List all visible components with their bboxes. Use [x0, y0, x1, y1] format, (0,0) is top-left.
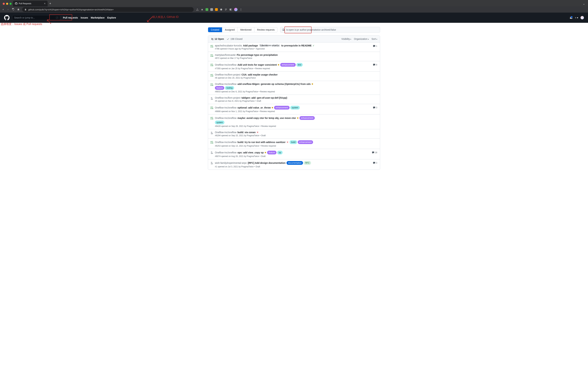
nav-explore[interactable]: Explore [107, 16, 116, 19]
pr-title[interactable]: CSA: add maybe usage checker [241, 73, 277, 76]
pr-title[interactable]: Fix percentage typo on precipitation [237, 54, 278, 56]
pr-title[interactable]: tablgen: add -gen-of-user-op-def-{h/cpp} [241, 96, 287, 99]
pr-label[interactable]: enhancement [280, 63, 296, 67]
nav-marketplace[interactable]: Marketplace [91, 16, 105, 19]
pr-row[interactable]: Oneflow-Inc/llvm-projecttablgen: add -ge… [208, 95, 380, 104]
github-logo[interactable] [4, 15, 9, 20]
maximize-window-button[interactable] [9, 3, 12, 5]
tab-review-requests[interactable]: Review requests [254, 27, 277, 32]
pr-title[interactable]: [RFC] Add design documentation [248, 162, 286, 164]
pr-label[interactable]: enhancement [298, 140, 313, 144]
pr-comments-link[interactable]: 3 [370, 106, 377, 109]
pr-comments-link[interactable]: 18 [370, 151, 377, 154]
forward-button[interactable] [7, 8, 9, 11]
closed-count-link[interactable]: 198 Closed [227, 38, 243, 40]
pr-label[interactable]: feature [267, 151, 277, 154]
pr-row[interactable]: Oneflow-Inc/oneflowadd oneflow-tblgen: g… [208, 81, 380, 95]
pr-row[interactable]: Oneflow-Inc/oneflowops: add view_copy op… [208, 149, 380, 159]
pr-repo[interactable]: Oneflow-Inc/oneflow [215, 117, 236, 119]
pr-row[interactable]: Oneflow-Inc/oneflowbuild: via conan✕#629… [208, 129, 380, 139]
nav-issues[interactable]: Issues [81, 16, 88, 19]
browser-tab[interactable]: Pull Requests ✕ [13, 1, 48, 7]
pr-row[interactable]: martykan/forecastieFix percentage typo o… [208, 52, 380, 61]
address-bar[interactable]: github.com/pulls?q=is%3Aopen+is%3Apr+aut… [22, 7, 194, 12]
pr-label[interactable]: system [215, 121, 224, 124]
pr-repo[interactable]: Oneflow-Inc/oneflow [215, 141, 236, 143]
pr-label[interactable]: tooling [225, 86, 234, 90]
pr-title[interactable]: Add unit tests for eager consistent [237, 63, 277, 66]
minimize-window-button[interactable] [6, 3, 8, 5]
pr-repo[interactable]: Oneflow-Inc/oneflow [215, 83, 236, 85]
extension-icon[interactable] [210, 8, 213, 11]
pr-title[interactable]: optional: add value_or_throw [237, 106, 271, 109]
pr-row[interactable]: apache/incubator-kvrocksAdd package libs… [208, 42, 380, 52]
extension-icon[interactable] [215, 8, 218, 11]
pr-label[interactable]: test [296, 63, 303, 67]
close-window-button[interactable] [3, 3, 5, 5]
pr-row[interactable]: Oneflow-Inc/oneflowbuild: try to run tes… [208, 139, 380, 149]
pr-repo[interactable]: Oneflow-Inc/oneflow [215, 106, 236, 109]
pr-label[interactable]: system [290, 106, 300, 109]
pr-repo[interactable]: Oneflow-Inc/oneflow [215, 63, 236, 66]
sort-dropdown[interactable]: Sort [372, 38, 377, 40]
back-button[interactable] [2, 8, 4, 11]
profile-button[interactable] [234, 8, 237, 11]
notifications-button[interactable] [570, 16, 572, 19]
side-panel-button[interactable] [229, 8, 232, 11]
pr-title[interactable]: add oneflow-tblgen: generate op schema (… [237, 83, 311, 85]
pr-repo[interactable]: martykan/forecastie [215, 54, 236, 56]
pr-label[interactable]: enhancement [274, 106, 290, 109]
share-button[interactable] [196, 8, 199, 11]
reload-button[interactable] [12, 8, 15, 11]
bookmark-button[interactable] [201, 8, 203, 11]
pr-label[interactable]: documentation [286, 161, 303, 165]
pr-row[interactable]: wish-family/experimental-wrpc[RFC] Add d… [208, 159, 380, 170]
new-tab-button[interactable]: + [48, 1, 53, 7]
pr-title[interactable]: build: via conan [237, 131, 256, 134]
pr-title[interactable]: build: try to run test with address sani… [237, 141, 286, 143]
pr-row[interactable]: Oneflow-Inc/oneflowAdd unit tests for ea… [208, 61, 380, 72]
pr-label[interactable]: op [277, 151, 282, 154]
pr-repo[interactable]: Oneflow-Inc/llvm-project [215, 73, 240, 76]
pr-comments-link[interactable]: 3 [370, 161, 377, 164]
pr-repo[interactable]: wish-family/experimental-wrpc [215, 162, 247, 164]
pr-repo[interactable]: Oneflow-Inc/oneflow [215, 151, 236, 154]
pr-label[interactable]: build [290, 140, 297, 144]
pr-draft-icon [210, 132, 213, 134]
pr-label[interactable]: enhancement [299, 116, 315, 120]
pr-title[interactable]: to prerequisite in README [281, 44, 311, 47]
organization-dropdown[interactable]: Organization [354, 38, 369, 40]
comment-icon [372, 151, 374, 154]
pr-comments-link[interactable]: 8 [370, 63, 377, 66]
pr-row[interactable]: Oneflow-Inc/oneflowmaybe: avoid copy cto… [208, 115, 380, 129]
pr-repo[interactable]: Oneflow-Inc/llvm-project [215, 96, 240, 99]
nav-pull-requests[interactable]: Pull requests [63, 16, 78, 19]
pr-title[interactable]: ops: add view_copy op [237, 151, 264, 154]
extension-icon[interactable] [206, 8, 208, 11]
pr-title[interactable]: maybe: avoid copy ctor for temp obj, use… [237, 117, 296, 119]
pr-row[interactable]: Oneflow-Inc/oneflowoptional: add value_o… [208, 104, 380, 115]
reading-list-button[interactable] [225, 8, 227, 11]
tab-assigned[interactable]: Assigned [222, 27, 238, 32]
visibility-dropdown[interactable]: Visibility [341, 38, 351, 40]
pr-list-box: 12 Open 198 Closed Visibility Organizati… [208, 35, 380, 170]
tab-created[interactable]: Created [208, 27, 222, 32]
pr-repo[interactable]: Oneflow-Inc/oneflow [215, 131, 236, 134]
create-new-button[interactable]: + ▾ [575, 16, 578, 19]
pr-title[interactable]: Add package [243, 44, 258, 47]
github-search-input[interactable]: Search or jump to... / [12, 15, 60, 20]
pr-label[interactable]: feature [215, 86, 224, 90]
user-avatar-button[interactable] [580, 16, 584, 19]
extensions-button[interactable] [220, 8, 223, 11]
filter-query-input[interactable]: is:open is:pr author:pragmatwice archive… [280, 27, 380, 33]
pr-label[interactable]: RFC [304, 161, 311, 165]
tab-overflow-button[interactable]: ⌄ [581, 1, 587, 7]
open-count-link[interactable]: 12 Open [211, 38, 224, 40]
close-tab-button[interactable]: ✕ [44, 2, 46, 5]
home-button[interactable] [17, 8, 20, 11]
tab-mentioned[interactable]: Mentioned [237, 27, 254, 32]
browser-menu-button[interactable] [240, 8, 242, 11]
pr-row[interactable]: Oneflow-Inc/llvm-projectCSA: add maybe u… [208, 72, 380, 81]
pr-comments-link[interactable]: 1 [370, 44, 377, 47]
pr-repo[interactable]: apache/incubator-kvrocks [215, 44, 242, 47]
